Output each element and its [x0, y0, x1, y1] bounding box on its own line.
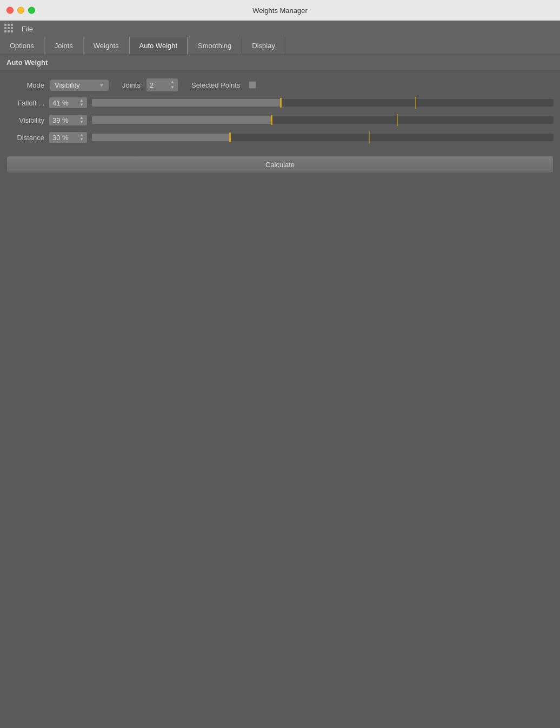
tab-display[interactable]: Display: [242, 37, 285, 55]
window-title: Weights Manager: [252, 6, 308, 15]
section-header: Auto Weight: [0, 55, 560, 70]
title-bar: Weights Manager: [0, 0, 560, 21]
visibility-tick: [397, 114, 398, 126]
distance-value-box[interactable]: 30 % ▲▼: [49, 131, 88, 143]
tab-options[interactable]: Options: [0, 37, 44, 55]
selected-points-label: Selected Points: [191, 81, 240, 89]
distance-label: Distance: [6, 134, 44, 142]
minimize-button[interactable]: [17, 7, 24, 14]
tab-weights[interactable]: Weights: [83, 37, 129, 55]
distance-marker: [229, 133, 231, 142]
visibility-value-box[interactable]: 39 % ▲▼: [49, 114, 88, 126]
visibility-marker: [271, 115, 272, 125]
tab-smoothing[interactable]: Smoothing: [188, 37, 242, 55]
visibility-slider[interactable]: [92, 115, 554, 125]
content-area: Auto Weight Mode Visibility ▼ Joints 2 ▲…: [0, 55, 560, 728]
joints-label: Joints: [122, 81, 141, 89]
chevron-down-icon: ▼: [99, 82, 104, 88]
traffic-lights: [6, 7, 35, 14]
mode-dropdown[interactable]: Visibility ▼: [50, 79, 109, 91]
empty-area: [0, 177, 560, 728]
joints-stepper[interactable]: ▲▼: [170, 80, 175, 90]
selected-points-checkbox[interactable]: [249, 81, 256, 89]
mode-row: Mode Visibility ▼ Joints 2 ▲▼ Selected P…: [6, 76, 554, 94]
joints-input[interactable]: 2 ▲▼: [146, 78, 178, 91]
visibility-label: Visibility: [6, 116, 44, 124]
distance-fill: [92, 134, 230, 141]
falloff-label: Falloff . .: [6, 99, 44, 107]
params-area: Mode Visibility ▼ Joints 2 ▲▼ Selected P…: [0, 70, 560, 151]
distance-track: [92, 134, 554, 141]
calculate-button[interactable]: Calculate: [6, 156, 554, 173]
distance-stepper[interactable]: ▲▼: [79, 133, 84, 142]
distance-tick: [369, 131, 370, 143]
close-button[interactable]: [6, 7, 14, 14]
visibility-row: Visibility 39 % ▲▼: [6, 111, 554, 129]
file-menu[interactable]: File: [18, 24, 36, 34]
visibility-stepper[interactable]: ▲▼: [79, 116, 84, 124]
visibility-fill: [92, 116, 272, 124]
distance-slider[interactable]: [92, 132, 554, 143]
falloff-slider[interactable]: [92, 97, 554, 108]
falloff-tick: [415, 97, 416, 109]
tabs-bar: Options Joints Weights Auto Weight Smoot…: [0, 37, 560, 55]
tab-joints[interactable]: Joints: [44, 37, 83, 55]
distance-row: Distance 30 % ▲▼: [6, 129, 554, 146]
falloff-stepper[interactable]: ▲▼: [79, 98, 84, 107]
app-icon: [4, 24, 14, 34]
maximize-button[interactable]: [28, 7, 35, 14]
mode-value: Visibility: [55, 81, 80, 89]
falloff-value-box[interactable]: 41 % ▲▼: [49, 97, 88, 109]
visibility-track: [92, 116, 554, 124]
falloff-track: [92, 99, 554, 107]
falloff-marker: [280, 98, 282, 108]
tab-auto-weight[interactable]: Auto Weight: [129, 37, 188, 55]
falloff-fill: [92, 99, 281, 107]
menu-bar: File: [0, 21, 560, 37]
falloff-row: Falloff . . 41 % ▲▼: [6, 94, 554, 111]
mode-label: Mode: [6, 81, 44, 89]
